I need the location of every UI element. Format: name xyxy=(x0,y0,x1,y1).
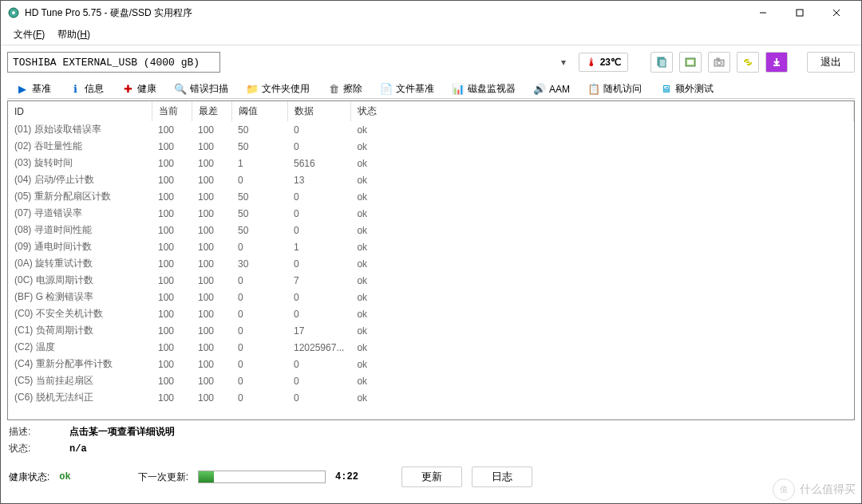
tab-2[interactable]: ✚健康 xyxy=(113,78,165,99)
menu-file[interactable]: 文件(F) xyxy=(7,26,51,43)
table-row[interactable]: (BF) G 检测错误率10010000ok xyxy=(8,289,854,305)
close-button[interactable] xyxy=(818,1,855,25)
col-header-current[interactable]: 当前 xyxy=(152,101,192,121)
status-label: 状态: xyxy=(9,442,57,455)
tab-icon: 📊 xyxy=(452,83,465,96)
info-area: 描述: 点击某一项查看详细说明 状态: n/a xyxy=(7,420,855,460)
tab-6[interactable]: 📄文件基准 xyxy=(371,78,443,99)
maximize-button[interactable] xyxy=(781,1,818,25)
table-row[interactable]: (0C) 电源周期计数10010007ok xyxy=(8,272,854,289)
description-value: 点击某一项查看详细说明 xyxy=(69,425,175,439)
col-header-id[interactable]: ID xyxy=(8,101,152,121)
table-row[interactable]: (01) 原始读取错误率100100500ok xyxy=(8,121,854,138)
tab-icon: ℹ xyxy=(69,83,81,96)
table-row[interactable]: (09) 通电时间计数10010001ok xyxy=(8,238,854,255)
next-update-label: 下一次更新: xyxy=(138,471,188,484)
table-row[interactable]: (C2) 温度100100012025967...ok xyxy=(8,339,854,356)
tab-0[interactable]: ▶基准 xyxy=(7,78,60,99)
svg-rect-3 xyxy=(797,10,803,16)
svg-rect-12 xyxy=(717,58,719,60)
tab-label: AAM xyxy=(549,84,570,95)
svg-rect-9 xyxy=(687,60,694,65)
table-row[interactable]: (05) 重新分配扇区计数100100500ok xyxy=(8,188,854,205)
description-label: 描述: xyxy=(9,425,57,439)
tab-label: 文件基准 xyxy=(396,82,434,96)
tab-8[interactable]: 🔊AAM xyxy=(524,78,579,99)
col-header-data[interactable]: 数据 xyxy=(287,101,350,121)
tab-icon: 🔍 xyxy=(174,83,187,96)
copy-button[interactable] xyxy=(650,52,673,73)
tab-label: 健康 xyxy=(137,82,156,96)
table-row[interactable]: (C4) 重新分配事件计数10010000ok xyxy=(8,356,854,372)
tab-icon: ✚ xyxy=(121,83,134,96)
svg-point-1 xyxy=(12,11,15,14)
tab-icon: ▶ xyxy=(16,83,29,96)
tab-10[interactable]: 🖥额外测试 xyxy=(650,78,722,99)
tab-icon: 📁 xyxy=(246,83,259,96)
tab-label: 额外测试 xyxy=(675,82,714,96)
table-row[interactable]: (08) 寻道时间性能100100500ok xyxy=(8,222,854,238)
status-value: n/a xyxy=(69,443,87,455)
menubar: 文件(F) 帮助(H) xyxy=(1,25,861,45)
tabs-bar: ▶基准ℹ信息✚健康🔍错误扫描📁文件夹使用🗑擦除📄文件基准📊磁盘监视器🔊AAM📋随… xyxy=(7,77,855,99)
tab-label: 文件夹使用 xyxy=(262,82,310,96)
health-label: 健康状态: xyxy=(9,471,49,484)
minimize-button[interactable] xyxy=(745,1,781,25)
tab-1[interactable]: ℹ信息 xyxy=(60,78,113,99)
next-update-time: 4:22 xyxy=(335,471,358,482)
camera-button[interactable] xyxy=(708,52,730,73)
tab-icon: 📋 xyxy=(587,83,600,96)
menu-help[interactable]: 帮助(H) xyxy=(51,26,97,43)
tab-label: 错误扫描 xyxy=(190,82,228,96)
table-row[interactable]: (C5) 当前挂起扇区10010000ok xyxy=(8,372,854,389)
col-header-worst[interactable]: 最差 xyxy=(192,101,231,121)
thermometer-icon: 🌡 xyxy=(586,56,597,69)
tab-label: 基准 xyxy=(32,82,51,96)
link-button[interactable] xyxy=(737,52,759,73)
table-row[interactable]: (03) 旋转时间10010015616ok xyxy=(8,155,854,171)
download-button[interactable] xyxy=(765,52,788,73)
app-icon xyxy=(7,6,20,19)
table-row[interactable]: (07) 寻道错误率100100500ok xyxy=(8,205,854,222)
titlebar: HD Tune Pro 5.75 - 硬盘/SSD 实用程序 xyxy=(1,1,861,25)
col-header-threshold[interactable]: 阈值 xyxy=(231,101,287,121)
screenshot-button[interactable] xyxy=(679,52,702,73)
svg-point-11 xyxy=(718,61,722,65)
tab-label: 磁盘监视器 xyxy=(468,82,516,96)
device-selector[interactable]: TOSHIBA EXTERNAL_USB (4000 gB) xyxy=(7,52,220,73)
tab-4[interactable]: 📁文件夹使用 xyxy=(237,78,318,99)
refresh-button[interactable]: 更新 xyxy=(401,467,462,487)
tab-label: 随机访问 xyxy=(603,82,642,96)
tab-icon: 🗑 xyxy=(327,83,340,96)
temperature-display: 🌡 23℃ xyxy=(579,53,628,72)
tab-label: 擦除 xyxy=(343,82,362,96)
log-button[interactable]: 日志 xyxy=(472,467,532,487)
table-row[interactable]: (C0) 不安全关机计数10010000ok xyxy=(8,305,854,322)
tab-icon: 🖥 xyxy=(659,83,672,96)
table-row[interactable]: (C1) 负荷周期计数100100017ok xyxy=(8,322,854,339)
progress-bar xyxy=(198,471,326,483)
table-row[interactable]: (04) 启动/停止计数100100013ok xyxy=(8,171,854,188)
tab-3[interactable]: 🔍错误扫描 xyxy=(165,78,237,99)
table-row[interactable]: (C6) 脱机无法纠正10010000ok xyxy=(8,389,854,406)
bottom-bar: 健康状态: ok 下一次更新: 4:22 更新 日志 xyxy=(7,460,855,500)
health-value: ok xyxy=(59,471,70,482)
tab-icon: 📄 xyxy=(380,83,393,96)
top-toolbar: TOSHIBA EXTERNAL_USB (4000 gB) 🌡 23℃ 退出 xyxy=(7,52,855,73)
exit-button[interactable]: 退出 xyxy=(807,52,855,73)
table-row[interactable]: (0A) 旋转重试计数100100300ok xyxy=(8,255,854,272)
tab-7[interactable]: 📊磁盘监视器 xyxy=(443,78,524,99)
tab-5[interactable]: 🗑擦除 xyxy=(318,78,371,99)
svg-rect-7 xyxy=(659,59,666,67)
smart-table-container[interactable]: ID 当前 最差 阈值 数据 状态 (01) 原始读取错误率100100500o… xyxy=(7,100,855,420)
table-row[interactable]: (02) 吞吐量性能100100500ok xyxy=(8,138,854,155)
tab-9[interactable]: 📋随机访问 xyxy=(579,78,650,99)
col-header-status[interactable]: 状态 xyxy=(350,101,853,121)
temperature-value: 23℃ xyxy=(600,57,621,68)
tab-icon: 🔊 xyxy=(533,83,546,96)
window-title: HD Tune Pro 5.75 - 硬盘/SSD 实用程序 xyxy=(25,6,745,20)
tab-label: 信息 xyxy=(85,82,104,96)
